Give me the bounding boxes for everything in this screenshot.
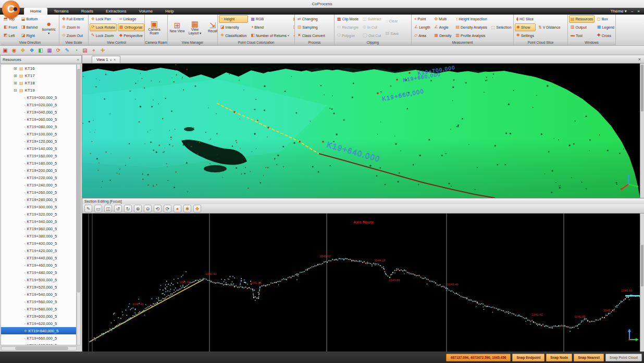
select-tool-button[interactable]: ✎ (84, 205, 92, 212)
view-tab-close-icon[interactable]: × (114, 58, 116, 61)
target-icon[interactable]: ⌖ (90, 47, 97, 54)
camera-roam-button[interactable]: ▣Camera Roam (146, 15, 163, 40)
right-button[interactable]: ◪Right (20, 32, 40, 40)
tree-horizontal-scrollbar[interactable] (1, 346, 77, 351)
orthogonal-button[interactable]: ▦Orthogonal (118, 23, 144, 31)
lock-zoom-button[interactable]: ✎Lock Zoom (90, 32, 117, 40)
perspective-button[interactable]: ◆Perspective (118, 32, 144, 40)
app-logo-icon[interactable]: C (2, 1, 20, 18)
zoom-in-button[interactable]: ⊕Zoom In (60, 23, 85, 31)
expander-icon[interactable]: ⊞ (14, 73, 18, 78)
snap-nearest-button[interactable]: Snap Nearest (574, 354, 604, 361)
clip-mode-button[interactable]: ▩Clip Mode (336, 15, 360, 23)
tree-item[interactable]: ▫KT19+540,000_5 (1, 291, 76, 298)
point-button[interactable]: ⌖Point (413, 15, 432, 23)
section-editing-titlebar[interactable]: Section Editing [Focus] (82, 198, 644, 204)
tree-item[interactable]: ▫KT19+140,000_5 (1, 145, 76, 152)
lock-rotate-button[interactable]: ⟳Lock Rotate (90, 23, 117, 31)
tree-item[interactable]: ▫KT19+100,000_5 (1, 130, 76, 137)
class-convert-button[interactable]: ✕Class Convert (296, 32, 327, 40)
lock-pan-button[interactable]: ✥Lock Pan (90, 15, 117, 23)
height-inspection-button[interactable]: ↕Height Inspection (454, 15, 489, 23)
scrollbar-thumb[interactable] (641, 65, 643, 111)
edit-icon[interactable]: ✎ (64, 47, 71, 54)
linkage-button[interactable]: ∞Linkage (118, 15, 144, 23)
tree-item[interactable]: ▫KT19+620,000_5 (1, 320, 76, 327)
classification-button[interactable]: ❖Classification (219, 32, 248, 40)
rgb-button[interactable]: ▦RGB (249, 15, 290, 23)
tab-home[interactable]: Home (24, 8, 47, 15)
tree-item[interactable]: ▫KT19+280,000_5 (1, 196, 76, 203)
intensity-button[interactable]: ◪Intensity (219, 23, 248, 31)
bottom-button[interactable]: ⬓Bottom (20, 15, 40, 23)
colorize-extra-1[interactable]: ▣ (292, 15, 294, 23)
tree-node-kt18[interactable]: ⊞▤KT18 (1, 79, 76, 86)
tree-item[interactable]: ▫KT19+160,000_5 (1, 152, 76, 159)
selection-button[interactable]: ⬚Selection (490, 23, 513, 31)
cross-icon[interactable]: ✚ (99, 47, 106, 54)
scrollbar-thumb[interactable] (641, 245, 643, 286)
chevron-down-icon[interactable]: ▾ (110, 58, 112, 61)
classify-icon[interactable]: ❖ (28, 47, 35, 54)
snap-point-cloud-button[interactable]: Snap Point Cloud (605, 354, 642, 361)
save-button[interactable]: ▤Save (384, 30, 401, 37)
settings-button[interactable]: ✱ (183, 205, 191, 212)
resources-panel-header[interactable]: Resources × (0, 55, 82, 64)
3d-view-scrollbar[interactable] (640, 64, 644, 198)
box-button[interactable]: ◻Box (596, 15, 615, 23)
close-icon[interactable]: × (77, 57, 79, 62)
snap-node-button[interactable]: Snap Node (546, 354, 572, 361)
minimize-icon[interactable]: – (631, 8, 633, 15)
new-view-button[interactable]: ⊞New View (169, 15, 185, 40)
tree-item[interactable]: ▫KT19+180,000_5 (1, 159, 76, 167)
tree-item[interactable]: ▫KT19+260,000_5 (1, 189, 76, 196)
tree-item[interactable]: ▫KT19+220,000_5 (1, 174, 76, 181)
front-button[interactable]: ◧Front (2, 23, 19, 31)
tree-item[interactable]: ▫KT19+060,000_5 (1, 116, 76, 123)
grid-icon[interactable]: ▦ (46, 47, 53, 54)
tree-item[interactable]: ▫KT19+020,000_5 (1, 101, 76, 108)
tree-item[interactable]: ▫KT19+420,000_5 (1, 247, 76, 254)
tree-item[interactable]: ▫KT19+360,000_5 (1, 225, 76, 232)
sampling-button[interactable]: ▨Sampling (296, 23, 327, 31)
theme-menu[interactable]: Theme ▾ (611, 8, 627, 15)
view-tab[interactable]: View 1 ▾ × (92, 56, 120, 63)
tree-item[interactable]: ▫KT19+040,000_5 (1, 108, 76, 116)
palette-icon[interactable]: ◉ (10, 47, 18, 54)
3d-viewport[interactable]: K19+700,000K19+680,000K19+660,000K19+640… (82, 64, 640, 198)
tool-button[interactable]: ▬Tool (569, 32, 595, 40)
list-icon[interactable]: ▤ (81, 47, 89, 54)
area-button[interactable]: ▱Area (413, 32, 432, 40)
polygon-button[interactable]: ⬠Polygon (336, 32, 360, 40)
zoom-out-button[interactable]: ⊖ (144, 205, 152, 212)
view-layout-button[interactable]: ▦View Layout ▾ (187, 15, 203, 40)
tree-item[interactable]: ▫KT19+680,000_5 (1, 342, 76, 345)
isometric-button[interactable]: ●Isometric ▾ (41, 15, 57, 40)
cross-button[interactable]: ✚Cross (596, 32, 615, 40)
tree-item[interactable]: ▫KT19+520,000_5 (1, 283, 76, 291)
tree-item[interactable]: ▫KT19+660,000_5 (1, 334, 76, 342)
colorize-extra-3[interactable]: ◕ (292, 32, 294, 40)
tree-item[interactable]: ▫KT19+120,000_5 (1, 137, 76, 145)
scrollbar-thumb[interactable] (77, 69, 80, 293)
colorize-extra-2[interactable]: ◨ (292, 23, 294, 31)
rectangle-button[interactable]: ▭Rectangle (336, 23, 360, 31)
zoom-out-button[interactable]: ⊖Zoom Out (60, 32, 85, 40)
tree-item[interactable]: ▫KT19+240,000_5 (1, 181, 76, 189)
rotate-right-button[interactable]: ⟳ (164, 205, 171, 212)
subtract-button[interactable]: ◫Subtract (361, 15, 383, 23)
expander-icon[interactable]: ⊞ (14, 66, 18, 71)
undo-button[interactable]: ↺ (114, 205, 122, 212)
tree-item[interactable]: ▫KT19+200,000_5 (1, 167, 76, 174)
move-icon[interactable]: ✥ (19, 47, 27, 54)
apply-button[interactable]: ● (174, 205, 181, 212)
tree-vertical-scrollbar[interactable] (77, 64, 81, 345)
expander-icon[interactable]: ⊞ (14, 81, 18, 85)
hc-slice-button[interactable]: ⧫HC Slice (515, 15, 536, 23)
height-icon[interactable]: ◔ (72, 47, 80, 54)
tab-volume[interactable]: Volume (133, 8, 159, 15)
tab-terrains[interactable]: Terrains (47, 8, 75, 15)
viewarea-close-icon[interactable]: × (638, 57, 641, 62)
profile-scrollbar[interactable] (640, 214, 644, 352)
zoom-in-button[interactable]: ⊕ (134, 205, 142, 212)
